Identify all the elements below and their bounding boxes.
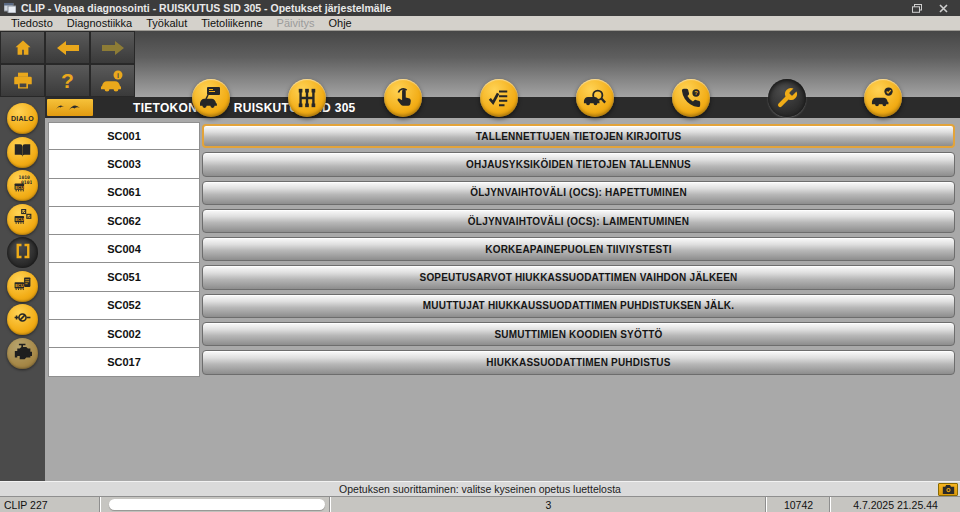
vehicle-validation-icon	[871, 86, 895, 110]
command-code: SC051	[48, 262, 200, 291]
close-button[interactable]	[930, 1, 956, 15]
command-button[interactable]: MUUTTUJAT HIUKKAUSSUODATTIMEN PUHDISTUKS…	[202, 294, 955, 318]
connector-brackets-icon	[14, 242, 32, 264]
table-row: SC002 SUMUTTIMIEN KOODIEN SYÖTTÖ	[48, 320, 955, 348]
command-button[interactable]: ÖLJYNVAIHTOVÄLI (OCS): LAIMENTUMINEN	[202, 209, 955, 233]
status-datetime: 4.7.2025 21.25.44	[830, 497, 960, 512]
command-button[interactable]: TALLENNETTUJEN TIETOJEN KIRJOITUS	[202, 124, 955, 148]
menu-tyokalut[interactable]: Työkalut	[139, 17, 194, 29]
vehicle-inspection-button[interactable]	[576, 79, 614, 117]
command-button[interactable]: ÖLJYNVAIHTOVÄLI (OCS): HAPETTUMINEN	[202, 181, 955, 205]
menu-tietoliikenne[interactable]: Tietoliikenne	[194, 17, 269, 29]
command-code: SC052	[48, 291, 200, 320]
screenshot-camera-icon	[942, 484, 955, 496]
command-button[interactable]: SOPEUTUSARVOT HIUKKASSUODATTIMEN VAIHDON…	[202, 265, 955, 289]
message-bar: Opetuksen suorittaminen: valitse kyseine…	[0, 481, 960, 497]
progress-cell	[100, 497, 330, 512]
sidebar-item-ecu-data[interactable]: 1010 0101 ECU	[7, 170, 38, 201]
table-row: SC062 ÖLJYNVAIHTOVÄLI (OCS): LAIMENTUMIN…	[48, 207, 955, 235]
svg-text:?: ?	[694, 90, 698, 96]
command-code: SC061	[48, 178, 200, 207]
sidebar-item-connector[interactable]	[7, 237, 38, 268]
menu-bar: Tiedosto Diagnostiikka Työkalut Tietolii…	[0, 16, 960, 31]
home-button[interactable]	[0, 31, 45, 64]
manual-selection-button[interactable]	[384, 79, 422, 117]
screenshot-button[interactable]	[938, 483, 958, 496]
test-report-button[interactable]	[480, 79, 518, 117]
sidebar-item-dialo[interactable]: DIALO	[7, 103, 38, 134]
ecu-identification-icon: ECU	[13, 208, 32, 231]
sidebar-item-ecu-identification[interactable]: ECU	[7, 204, 38, 235]
command-table: SC001 TALLENNETTUJEN TIETOJEN KIRJOITUS …	[45, 118, 960, 481]
clip-version: CLIP 227	[0, 497, 100, 512]
sidebar: DIALO 1010 0101 ECU ECU	[0, 97, 45, 481]
table-row: SC001 TALLENNETTUJEN TIETOJEN KIRJOITUS	[48, 122, 955, 150]
repair-button[interactable]	[768, 79, 806, 117]
app-window-icon	[4, 3, 16, 13]
command-button[interactable]: KORKEAPAINEPUOLEN TIIVIYSTESTI	[202, 237, 955, 261]
instruction-text: Opetuksen suorittaminen: valitse kyseine…	[339, 483, 621, 495]
vehicle-computer-icon	[199, 86, 223, 110]
svg-text:ECU: ECU	[15, 283, 23, 288]
command-code: SC004	[48, 234, 200, 263]
help-button[interactable]: ?	[45, 64, 90, 97]
command-button[interactable]: HIUKKASSUODATTIMEN PUHDISTUS	[202, 350, 955, 374]
sidebar-item-documentation[interactable]	[7, 137, 38, 168]
birds-icon	[53, 99, 87, 117]
forward-button	[90, 31, 135, 64]
status-bar: CLIP 227 3 10742 4.7.2025 21.25.44	[0, 497, 960, 512]
command-code: SC001	[48, 122, 200, 150]
svg-text:ECU: ECU	[15, 185, 23, 190]
table-row: SC003 OHJAUSYKSIKÖIDEN TIETOJEN TALLENNU…	[48, 150, 955, 178]
svg-text:ECU: ECU	[15, 217, 23, 222]
sidebar-item-engine[interactable]	[7, 338, 38, 369]
command-code: SC062	[48, 206, 200, 235]
command-code: SC003	[48, 149, 200, 178]
command-button[interactable]: OHJAUSYKSIKÖIDEN TIETOJEN TALLENNUS	[202, 152, 955, 176]
context-tab[interactable]	[47, 99, 93, 116]
back-arrow-icon	[56, 40, 80, 56]
status-code: 10742	[766, 497, 830, 512]
print-button[interactable]	[0, 64, 45, 97]
nav-button-grid: ? i	[0, 31, 136, 97]
sidebar-item-ecu-document[interactable]: ECU	[7, 271, 38, 302]
table-row: SC052 MUUTTUJAT HIUKKAUSSUODATTIMEN PUHD…	[48, 292, 955, 320]
vehicle-computer-button[interactable]	[192, 79, 230, 117]
menu-ohje[interactable]: Ohje	[321, 17, 358, 29]
toolbar-actions: ?	[192, 79, 902, 117]
command-code: SC017	[48, 347, 200, 376]
test-report-icon	[488, 87, 510, 109]
menu-diagnostiikka[interactable]: Diagnostiikka	[60, 17, 139, 29]
vehicle-validation-button[interactable]	[864, 79, 902, 117]
gearbox-button[interactable]	[288, 79, 326, 117]
adjustment-icon	[13, 308, 32, 331]
dialo-logo: DIALO	[11, 115, 34, 122]
help-icon: ?	[61, 70, 74, 91]
svg-text:i: i	[117, 71, 119, 78]
gearbox-icon	[296, 87, 318, 109]
ecu-binary-data-icon: 1010 0101 ECU	[13, 174, 32, 197]
ecu-document-icon: ECU	[13, 275, 32, 298]
vehicle-inspection-icon	[583, 86, 607, 110]
restore-button[interactable]	[904, 1, 930, 15]
menu-paivitys: Päivitys	[270, 17, 322, 29]
status-count: 3	[330, 497, 766, 512]
table-row: SC017 HIUKKASSUODATTIMEN PUHDISTUS	[48, 348, 955, 376]
command-button[interactable]: SUMUTTIMIEN KOODIEN SYÖTTÖ	[202, 322, 955, 346]
command-code: SC002	[48, 319, 200, 348]
progress-bar	[109, 499, 325, 510]
home-icon	[12, 38, 34, 58]
repair-wrench-icon	[775, 86, 799, 110]
toolbar: ? i	[0, 31, 960, 97]
sidebar-item-adjustment[interactable]	[7, 304, 38, 335]
printer-icon	[12, 71, 34, 91]
vehicle-info-button[interactable]: i	[90, 64, 135, 97]
menu-tiedosto[interactable]: Tiedosto	[4, 17, 60, 29]
table-row: SC004 KORKEAPAINEPUOLEN TIIVIYSTESTI	[48, 235, 955, 263]
back-button[interactable]	[45, 31, 90, 64]
manual-selection-icon	[392, 87, 414, 109]
phone-support-button[interactable]: ?	[672, 79, 710, 117]
table-row: SC051 SOPEUTUSARVOT HIUKKASSUODATTIMEN V…	[48, 263, 955, 291]
phone-support-icon: ?	[680, 87, 702, 109]
documentation-book-icon	[13, 142, 32, 163]
